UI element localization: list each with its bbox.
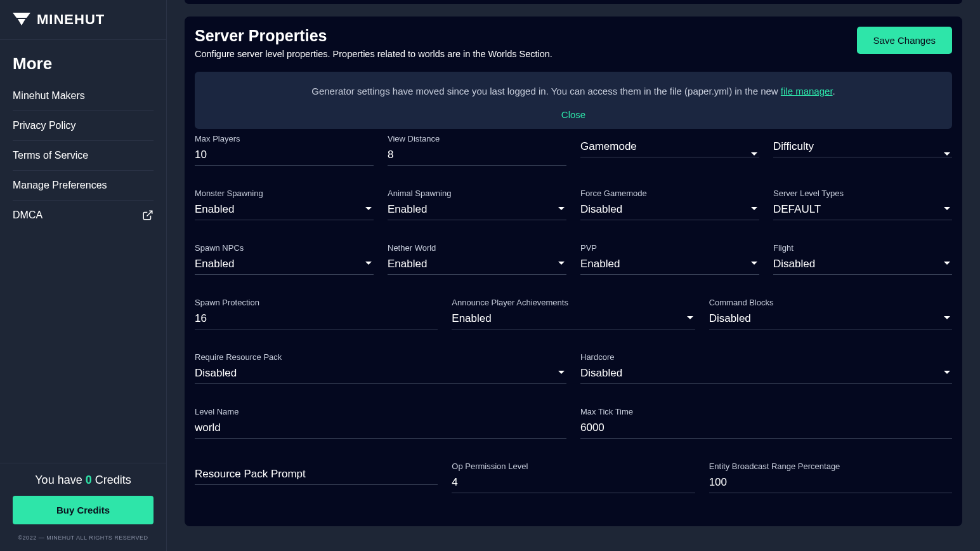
op-permission-level-input[interactable] [452, 474, 695, 493]
announce-achievements-select[interactable]: Enabled [452, 310, 695, 329]
sidebar-menu: Minehut Makers Privacy Policy Terms of S… [0, 81, 166, 230]
external-link-icon [142, 209, 154, 221]
credits-display: You have 0 Credits [13, 474, 154, 487]
notice-close-button[interactable]: Close [206, 109, 941, 120]
brand-name: MINEHUT [37, 11, 105, 28]
pvp-field: PVP Enabled [580, 243, 759, 275]
sidebar-item-preferences[interactable]: Manage Preferences [13, 171, 154, 201]
server-level-types-field: Server Level Types DEFAULT [773, 189, 952, 220]
spawn-protection-input[interactable] [195, 310, 438, 329]
entity-broadcast-range-input[interactable] [709, 474, 952, 493]
max-players-label: Max Players [195, 134, 374, 143]
nether-world-field: Nether World Enabled [388, 243, 566, 275]
level-name-input[interactable] [195, 419, 566, 439]
nether-world-select[interactable]: Enabled [388, 255, 566, 275]
announce-achievements-field: Announce Player Achievements Enabled [452, 298, 695, 329]
force-gamemode-select[interactable]: Disabled [580, 201, 759, 220]
sidebar-item-terms[interactable]: Terms of Service [13, 141, 154, 171]
main-content: Server Properties Configure server level… [167, 0, 980, 551]
notice-text: Generator settings have moved since you … [206, 86, 941, 96]
hardcore-field: Hardcore Disabled [580, 352, 952, 384]
animal-spawning-field: Animal Spawning Enabled [388, 189, 566, 220]
panel-title: Server Properties [195, 27, 552, 45]
resource-pack-prompt-input[interactable] [195, 461, 438, 485]
sidebar-section-title: More [0, 40, 166, 81]
sidebar-item-privacy[interactable]: Privacy Policy [13, 111, 154, 141]
sidebar-footer: You have 0 Credits Buy Credits ©2022 — M… [0, 463, 166, 551]
server-properties-panel: Server Properties Configure server level… [185, 17, 962, 526]
logo[interactable]: MINEHUT [0, 0, 166, 40]
sidebar-item-dmca[interactable]: DMCA [13, 201, 154, 230]
flight-select[interactable]: Disabled [773, 255, 952, 275]
view-distance-label: View Distance [388, 134, 566, 143]
flight-field: Flight Disabled [773, 243, 952, 275]
server-level-types-select[interactable]: DEFAULT [773, 201, 952, 220]
minehut-logo-icon [13, 13, 30, 27]
max-tick-time-input[interactable] [580, 419, 952, 439]
hardcore-select[interactable]: Disabled [580, 364, 952, 384]
entity-broadcast-range-field: Entity Broadcast Range Percentage [709, 461, 952, 493]
sidebar: MINEHUT More Minehut Makers Privacy Poli… [0, 0, 167, 551]
copyright: ©2022 — MINEHUT ALL RIGHTS RESERVED [13, 534, 154, 541]
op-permission-level-field: Op Permission Level [452, 461, 695, 493]
spawn-npcs-field: Spawn NPCs Enabled [195, 243, 374, 275]
max-players-field: Max Players [195, 134, 374, 166]
notice-banner: Generator settings have moved since you … [195, 72, 952, 129]
credits-count: 0 [86, 474, 92, 486]
pvp-select[interactable]: Enabled [580, 255, 759, 275]
require-resource-pack-select[interactable]: Disabled [195, 364, 566, 384]
max-tick-time-field: Max Tick Time [580, 407, 952, 439]
level-name-field: Level Name [195, 407, 566, 439]
resource-pack-prompt-field [195, 461, 438, 493]
command-blocks-field: Command Blocks Disabled [709, 298, 952, 329]
panel-subtitle: Configure server level properties. Prope… [195, 49, 552, 59]
monster-spawning-select[interactable]: Enabled [195, 201, 374, 220]
difficulty-field: Difficulty [773, 134, 952, 166]
animal-spawning-select[interactable]: Enabled [388, 201, 566, 220]
view-distance-input[interactable] [388, 146, 566, 166]
sidebar-item-makers[interactable]: Minehut Makers [13, 81, 154, 111]
gamemode-field: Gamemode [580, 134, 759, 166]
spawn-protection-field: Spawn Protection [195, 298, 438, 329]
force-gamemode-field: Force Gamemode Disabled [580, 189, 759, 220]
monster-spawning-field: Monster Spawning Enabled [195, 189, 374, 220]
difficulty-select[interactable]: Difficulty [773, 134, 952, 157]
spawn-npcs-select[interactable]: Enabled [195, 255, 374, 275]
svg-line-0 [147, 211, 152, 216]
max-players-input[interactable] [195, 146, 374, 166]
gamemode-select[interactable]: Gamemode [580, 134, 759, 157]
require-resource-pack-field: Require Resource Pack Disabled [195, 352, 566, 384]
save-changes-button[interactable]: Save Changes [857, 27, 952, 54]
buy-credits-button[interactable]: Buy Credits [13, 496, 154, 524]
panel-header: Server Properties Configure server level… [195, 27, 952, 59]
view-distance-field: View Distance [388, 134, 566, 166]
command-blocks-select[interactable]: Disabled [709, 310, 952, 329]
file-manager-link[interactable]: file manager [781, 86, 833, 96]
